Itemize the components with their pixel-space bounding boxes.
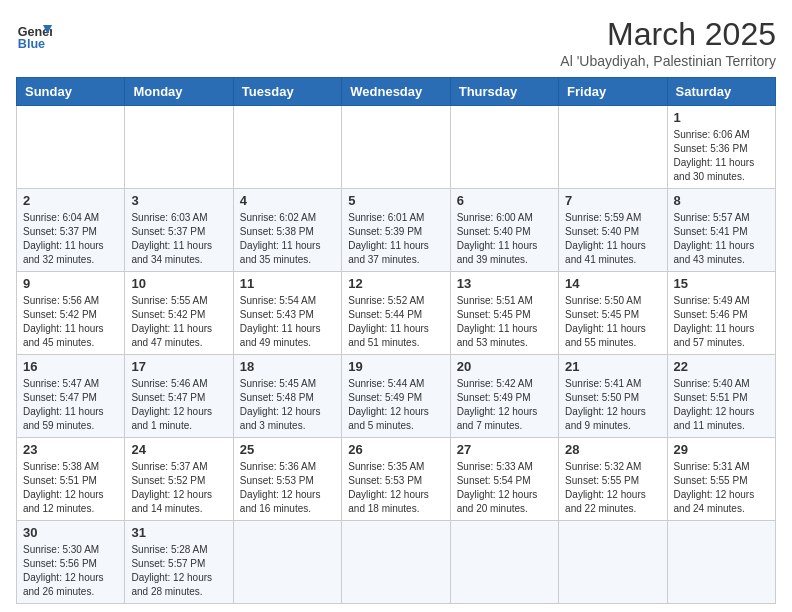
day-info: Sunrise: 5:42 AMSunset: 5:49 PMDaylight:…	[457, 377, 552, 433]
day-number: 20	[457, 359, 552, 374]
day-info: Sunrise: 5:47 AMSunset: 5:47 PMDaylight:…	[23, 377, 118, 433]
calendar-cell: 25Sunrise: 5:36 AMSunset: 5:53 PMDayligh…	[233, 438, 341, 521]
calendar-cell: 7Sunrise: 5:59 AMSunset: 5:40 PMDaylight…	[559, 189, 667, 272]
calendar-cell: 12Sunrise: 5:52 AMSunset: 5:44 PMDayligh…	[342, 272, 450, 355]
day-info: Sunrise: 5:35 AMSunset: 5:53 PMDaylight:…	[348, 460, 443, 516]
calendar-cell: 4Sunrise: 6:02 AMSunset: 5:38 PMDaylight…	[233, 189, 341, 272]
month-title: March 2025	[560, 16, 776, 53]
calendar-cell: 28Sunrise: 5:32 AMSunset: 5:55 PMDayligh…	[559, 438, 667, 521]
calendar-week-5: 23Sunrise: 5:38 AMSunset: 5:51 PMDayligh…	[17, 438, 776, 521]
day-number: 3	[131, 193, 226, 208]
day-info: Sunrise: 5:52 AMSunset: 5:44 PMDaylight:…	[348, 294, 443, 350]
day-info: Sunrise: 6:02 AMSunset: 5:38 PMDaylight:…	[240, 211, 335, 267]
day-info: Sunrise: 5:40 AMSunset: 5:51 PMDaylight:…	[674, 377, 769, 433]
day-info: Sunrise: 5:41 AMSunset: 5:50 PMDaylight:…	[565, 377, 660, 433]
calendar-week-4: 16Sunrise: 5:47 AMSunset: 5:47 PMDayligh…	[17, 355, 776, 438]
calendar-cell: 5Sunrise: 6:01 AMSunset: 5:39 PMDaylight…	[342, 189, 450, 272]
calendar-cell: 26Sunrise: 5:35 AMSunset: 5:53 PMDayligh…	[342, 438, 450, 521]
day-info: Sunrise: 5:55 AMSunset: 5:42 PMDaylight:…	[131, 294, 226, 350]
calendar-cell: 16Sunrise: 5:47 AMSunset: 5:47 PMDayligh…	[17, 355, 125, 438]
weekday-header-wednesday: Wednesday	[342, 78, 450, 106]
title-area: March 2025 Al 'Ubaydiyah, Palestinian Te…	[560, 16, 776, 69]
calendar-cell: 24Sunrise: 5:37 AMSunset: 5:52 PMDayligh…	[125, 438, 233, 521]
day-info: Sunrise: 5:28 AMSunset: 5:57 PMDaylight:…	[131, 543, 226, 599]
page-header: General Blue March 2025 Al 'Ubaydiyah, P…	[16, 16, 776, 69]
day-info: Sunrise: 6:01 AMSunset: 5:39 PMDaylight:…	[348, 211, 443, 267]
day-info: Sunrise: 5:57 AMSunset: 5:41 PMDaylight:…	[674, 211, 769, 267]
day-number: 18	[240, 359, 335, 374]
day-number: 8	[674, 193, 769, 208]
day-info: Sunrise: 5:49 AMSunset: 5:46 PMDaylight:…	[674, 294, 769, 350]
calendar-cell	[342, 106, 450, 189]
calendar-week-3: 9Sunrise: 5:56 AMSunset: 5:42 PMDaylight…	[17, 272, 776, 355]
calendar-cell	[559, 106, 667, 189]
calendar-cell	[125, 106, 233, 189]
day-number: 11	[240, 276, 335, 291]
day-number: 14	[565, 276, 660, 291]
calendar-cell: 10Sunrise: 5:55 AMSunset: 5:42 PMDayligh…	[125, 272, 233, 355]
day-info: Sunrise: 5:59 AMSunset: 5:40 PMDaylight:…	[565, 211, 660, 267]
day-number: 7	[565, 193, 660, 208]
weekday-header-tuesday: Tuesday	[233, 78, 341, 106]
day-number: 13	[457, 276, 552, 291]
calendar-cell: 6Sunrise: 6:00 AMSunset: 5:40 PMDaylight…	[450, 189, 558, 272]
day-number: 15	[674, 276, 769, 291]
day-number: 23	[23, 442, 118, 457]
calendar-cell	[667, 521, 775, 604]
day-number: 17	[131, 359, 226, 374]
logo: General Blue	[16, 16, 52, 52]
day-info: Sunrise: 6:00 AMSunset: 5:40 PMDaylight:…	[457, 211, 552, 267]
day-number: 12	[348, 276, 443, 291]
day-number: 5	[348, 193, 443, 208]
calendar-cell: 29Sunrise: 5:31 AMSunset: 5:55 PMDayligh…	[667, 438, 775, 521]
calendar-cell: 3Sunrise: 6:03 AMSunset: 5:37 PMDaylight…	[125, 189, 233, 272]
calendar-cell: 2Sunrise: 6:04 AMSunset: 5:37 PMDaylight…	[17, 189, 125, 272]
day-number: 28	[565, 442, 660, 457]
calendar-cell: 15Sunrise: 5:49 AMSunset: 5:46 PMDayligh…	[667, 272, 775, 355]
calendar-cell: 19Sunrise: 5:44 AMSunset: 5:49 PMDayligh…	[342, 355, 450, 438]
day-info: Sunrise: 5:38 AMSunset: 5:51 PMDaylight:…	[23, 460, 118, 516]
day-info: Sunrise: 5:56 AMSunset: 5:42 PMDaylight:…	[23, 294, 118, 350]
weekday-header-friday: Friday	[559, 78, 667, 106]
calendar-cell	[450, 106, 558, 189]
calendar-cell: 30Sunrise: 5:30 AMSunset: 5:56 PMDayligh…	[17, 521, 125, 604]
day-info: Sunrise: 5:36 AMSunset: 5:53 PMDaylight:…	[240, 460, 335, 516]
day-number: 4	[240, 193, 335, 208]
day-info: Sunrise: 5:51 AMSunset: 5:45 PMDaylight:…	[457, 294, 552, 350]
calendar-cell	[450, 521, 558, 604]
calendar-cell: 22Sunrise: 5:40 AMSunset: 5:51 PMDayligh…	[667, 355, 775, 438]
calendar-cell: 14Sunrise: 5:50 AMSunset: 5:45 PMDayligh…	[559, 272, 667, 355]
day-number: 1	[674, 110, 769, 125]
calendar-cell: 27Sunrise: 5:33 AMSunset: 5:54 PMDayligh…	[450, 438, 558, 521]
day-number: 24	[131, 442, 226, 457]
day-number: 10	[131, 276, 226, 291]
calendar-week-1: 1Sunrise: 6:06 AMSunset: 5:36 PMDaylight…	[17, 106, 776, 189]
day-info: Sunrise: 5:37 AMSunset: 5:52 PMDaylight:…	[131, 460, 226, 516]
calendar-cell	[233, 106, 341, 189]
day-number: 26	[348, 442, 443, 457]
day-number: 27	[457, 442, 552, 457]
day-number: 16	[23, 359, 118, 374]
day-info: Sunrise: 5:30 AMSunset: 5:56 PMDaylight:…	[23, 543, 118, 599]
weekday-header-sunday: Sunday	[17, 78, 125, 106]
day-info: Sunrise: 5:31 AMSunset: 5:55 PMDaylight:…	[674, 460, 769, 516]
calendar-cell: 21Sunrise: 5:41 AMSunset: 5:50 PMDayligh…	[559, 355, 667, 438]
svg-text:Blue: Blue	[18, 37, 45, 51]
calendar-cell: 13Sunrise: 5:51 AMSunset: 5:45 PMDayligh…	[450, 272, 558, 355]
calendar-cell	[17, 106, 125, 189]
calendar-cell: 1Sunrise: 6:06 AMSunset: 5:36 PMDaylight…	[667, 106, 775, 189]
calendar-table: SundayMondayTuesdayWednesdayThursdayFrid…	[16, 77, 776, 604]
calendar-cell	[233, 521, 341, 604]
day-info: Sunrise: 5:44 AMSunset: 5:49 PMDaylight:…	[348, 377, 443, 433]
day-number: 22	[674, 359, 769, 374]
day-number: 9	[23, 276, 118, 291]
calendar-cell: 17Sunrise: 5:46 AMSunset: 5:47 PMDayligh…	[125, 355, 233, 438]
day-info: Sunrise: 5:45 AMSunset: 5:48 PMDaylight:…	[240, 377, 335, 433]
calendar-cell: 8Sunrise: 5:57 AMSunset: 5:41 PMDaylight…	[667, 189, 775, 272]
calendar-week-6: 30Sunrise: 5:30 AMSunset: 5:56 PMDayligh…	[17, 521, 776, 604]
weekday-header-saturday: Saturday	[667, 78, 775, 106]
calendar-cell: 9Sunrise: 5:56 AMSunset: 5:42 PMDaylight…	[17, 272, 125, 355]
calendar-cell: 20Sunrise: 5:42 AMSunset: 5:49 PMDayligh…	[450, 355, 558, 438]
day-info: Sunrise: 6:03 AMSunset: 5:37 PMDaylight:…	[131, 211, 226, 267]
day-info: Sunrise: 5:54 AMSunset: 5:43 PMDaylight:…	[240, 294, 335, 350]
